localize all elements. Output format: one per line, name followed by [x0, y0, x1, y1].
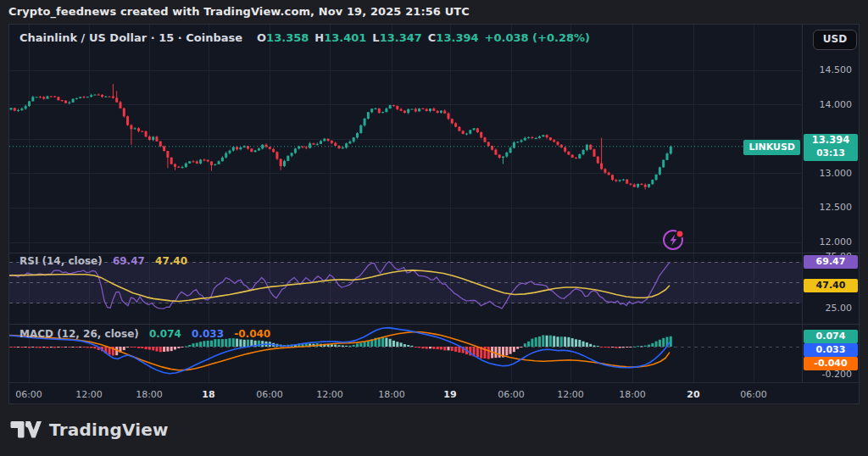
price-scale-tick: 12.500 [820, 202, 853, 213]
time-axis-label: 18 [202, 389, 214, 400]
close-label: C [428, 31, 437, 44]
open-value: 13.358 [266, 31, 309, 44]
symbol-title: Chainlink / US Dollar · 15 · Coinbase [19, 31, 242, 44]
tradingview-snapshot: Crypto_feednews created with TradingView… [0, 0, 868, 456]
time-axis-label: 06:00 [498, 389, 525, 400]
rsi-value-badge: 69.47 [804, 255, 858, 269]
currency-usd-button[interactable]: USD [813, 30, 857, 50]
open-label: O [257, 31, 266, 44]
macd-legend-title: MACD (12, 26, close) [19, 328, 139, 340]
ohlc-values: O13.358H13.401L13.347C13.394+0.038 (+0.2… [251, 31, 590, 44]
change-value: +0.038 (+0.28%) [485, 31, 590, 44]
macd-line-badge: 0.033 [804, 343, 858, 357]
close-value: 13.394 [436, 31, 478, 44]
time-axis-label: 18:00 [378, 389, 405, 400]
bar-countdown: 03:13 [804, 147, 858, 159]
symbol-info-bar[interactable]: Chainlink / US Dollar · 15 · CoinbaseO13… [19, 31, 590, 44]
time-axis-label: 12:00 [557, 389, 584, 400]
time-axis-label: 06:00 [256, 389, 283, 400]
price-scale-tick: 12.000 [820, 236, 853, 247]
instant-trading-button[interactable] [660, 226, 687, 253]
macd-signal-value: -0.040 [234, 328, 270, 340]
price-scale-tick: 13.000 [820, 168, 853, 179]
footer-brand[interactable]: TradingView [10, 415, 169, 444]
time-axis-label: 12:00 [75, 389, 103, 400]
time-axis-label: 18:00 [136, 389, 163, 400]
header-attribution: Crypto_feednews created with TradingView… [8, 5, 470, 22]
macd-line-value: 0.033 [192, 328, 224, 340]
time-axis-label: 20 [687, 389, 699, 400]
brand-name: TradingView [49, 420, 169, 440]
time-axis-label: 06:00 [15, 389, 42, 400]
macd-signal-badge: -0.040 [804, 357, 858, 370]
last-price-badge: 13.394 03:13 [804, 134, 858, 161]
macd-hist-badge: 0.074 [804, 330, 858, 343]
macd-hist-value: 0.074 [149, 328, 181, 340]
time-axis-label: 19 [443, 389, 456, 400]
rsi-legend[interactable]: RSI (14, close) 69.47 47.40 [19, 255, 187, 267]
rsi-value: 69.47 [113, 255, 145, 267]
symbol-price-label: LINKUSD [743, 140, 800, 155]
lightning-icon [660, 226, 687, 253]
rsi-ma-value: 47.40 [155, 255, 187, 267]
tradingview-logo-icon [10, 419, 42, 441]
price-scale-tick: 14.000 [820, 99, 853, 110]
price-scale[interactable]: 14.50014.00013.50013.00012.50012.00075.0… [803, 25, 860, 382]
last-price-value: 13.394 [804, 134, 858, 147]
high-label: H [314, 31, 324, 44]
time-scale[interactable]: 06:0012:0018:001806:0012:0018:001906:001… [9, 382, 860, 405]
low-value: 13.347 [380, 31, 422, 44]
low-label: L [372, 31, 379, 44]
macd-legend[interactable]: MACD (12, 26, close) 0.074 0.033 -0.040 [19, 328, 270, 340]
rsi-ma-badge: 47.40 [804, 279, 858, 292]
rsi-legend-title: RSI (14, close) [19, 255, 103, 267]
time-axis-label: 06:00 [740, 389, 767, 400]
rsi-scale-tick: 25.00 [826, 303, 853, 314]
time-axis-label: 12:00 [316, 389, 343, 400]
price-scale-tick: 14.500 [820, 64, 853, 75]
high-value: 13.401 [324, 31, 366, 44]
chart-container[interactable]: Chainlink / US Dollar · 15 · CoinbaseO13… [8, 24, 860, 404]
time-axis-label: 18:00 [619, 389, 646, 400]
